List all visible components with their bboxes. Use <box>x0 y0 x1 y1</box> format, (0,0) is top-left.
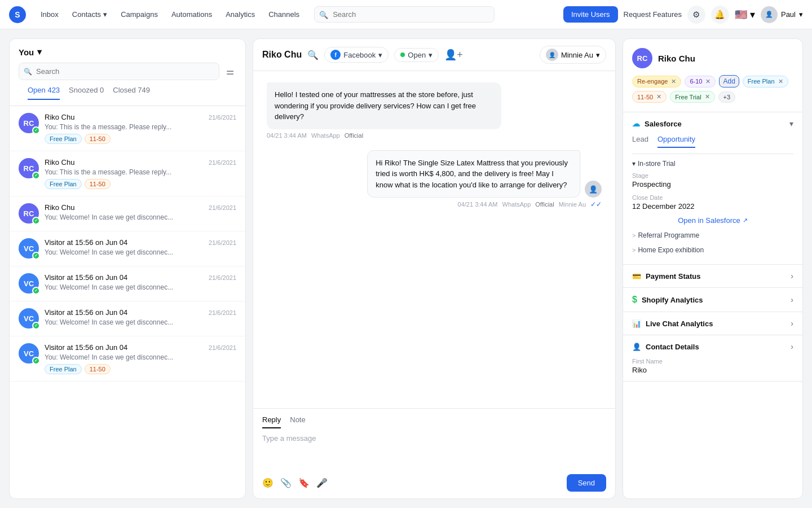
salesforce-section-header[interactable]: ☁ Salesforce ▾ <box>623 112 802 135</box>
payment-status-header[interactable]: 💳 Payment Status › <box>623 265 802 287</box>
contact-details-header[interactable]: 👤 Contact Details › <box>623 335 802 358</box>
tab-note[interactable]: Note <box>290 415 305 428</box>
conv-search-input[interactable] <box>19 63 219 80</box>
first-name-label: First Name <box>632 358 793 365</box>
first-name-field: First Name Riko <box>623 358 802 381</box>
conv-body: Visitor at 15:56 on Jun 04 21/6/2021 You… <box>45 273 236 294</box>
settings-icon[interactable]: ⚙ <box>687 6 705 24</box>
msg-channel: WhatsApp <box>502 201 531 208</box>
conv-avatar: VC ✓ <box>19 273 39 294</box>
first-name-value: Riko <box>632 366 793 374</box>
chat-search-icon[interactable]: 🔍 <box>307 50 319 60</box>
sf-home-expo-item[interactable]: Home Expo exhibition <box>632 243 793 257</box>
open-in-salesforce-link[interactable]: Open in Salesforce ↗ <box>632 216 793 225</box>
chat-message: Hi Riko! The Single Size Latex Mattress … <box>367 150 602 209</box>
payment-expand-icon: › <box>791 271 793 281</box>
inbox-title[interactable]: You ▾ <box>19 47 236 57</box>
chip-remove-free-trial[interactable]: ✕ <box>705 93 710 100</box>
list-item[interactable]: RC ✓ Riko Chu 21/6/2021 You: Welcome! In… <box>10 196 245 231</box>
tab-reply[interactable]: Reply <box>262 415 281 428</box>
label-chip-more[interactable]: +3 <box>718 91 736 103</box>
conv-name: Visitor at 15:56 on Jun 04 <box>45 343 127 352</box>
add-label-button[interactable]: Add <box>719 75 739 87</box>
whatsapp-badge-icon: ✓ <box>32 172 40 179</box>
tab-open[interactable]: Open 423 <box>28 86 60 100</box>
agent-selector[interactable]: 👤 Minnie Au ▾ <box>540 46 606 64</box>
chat-panel: Riko Chu 🔍 f Facebook ▾ Open ▾ 👤+ 👤 Minn… <box>253 38 616 499</box>
reply-input[interactable] <box>262 434 606 468</box>
attachment-icon[interactable]: 📎 <box>280 478 292 488</box>
nav-campaigns[interactable]: Campaigns <box>115 7 164 22</box>
assign-agent-icon[interactable]: 👤+ <box>444 49 463 61</box>
message-bubble: Hello! I tested one of your mattresses a… <box>267 82 501 129</box>
salesforce-collapse-icon: ▾ <box>789 119 793 128</box>
conv-preview: You: This is the a message. Please reply… <box>45 168 236 176</box>
message-meta: 04/21 3:44 AM WhatsApp Official <box>267 132 501 139</box>
bookmark-icon[interactable]: 🔖 <box>298 478 310 488</box>
chip-remove-6-10[interactable]: ✕ <box>705 78 710 85</box>
conv-preview: You: Welcome! In case we get disconnec..… <box>45 213 236 221</box>
language-flag[interactable]: 🇺🇸 ▾ <box>735 8 755 21</box>
emoji-icon[interactable]: 🙂 <box>262 478 273 488</box>
conv-body: Riko Chu 21/6/2021 You: This is the a me… <box>45 158 236 189</box>
sf-tab-opportunity[interactable]: Opportunity <box>657 135 695 148</box>
tab-snoozed[interactable]: Snoozed 0 <box>69 86 104 100</box>
reply-icon-group: 🙂 📎 🔖 🎤 <box>262 478 328 488</box>
sf-accordion-header[interactable]: ▾ In-store Trial <box>632 160 793 168</box>
contact-info-row: RC Riko Chu <box>632 48 793 68</box>
nav-inbox[interactable]: Inbox <box>35 7 64 22</box>
msg-agent: Minnie Au <box>559 201 586 208</box>
audio-icon[interactable]: 🎤 <box>316 478 328 488</box>
invite-users-button[interactable]: Invite Users <box>563 6 618 23</box>
message-row-out: Hi Riko! The Single Size Latex Mattress … <box>367 150 602 198</box>
user-menu[interactable]: 👤 Paul ▾ <box>761 6 803 23</box>
notifications-icon[interactable]: 🔔 <box>711 6 729 24</box>
list-item[interactable]: VC ✓ Visitor at 15:56 on Jun 04 21/6/202… <box>10 266 245 301</box>
nav-automations[interactable]: Automations <box>166 7 218 22</box>
app-logo[interactable]: S <box>9 6 26 23</box>
filter-icon[interactable]: ⚌ <box>224 64 236 79</box>
facebook-icon: f <box>330 50 341 60</box>
send-button[interactable]: Send <box>567 474 606 492</box>
conv-tags: Free Plan11-50 <box>45 364 236 374</box>
msg-time: 04/21 3:44 AM <box>267 132 307 139</box>
conv-date: 21/6/2021 <box>209 274 236 281</box>
chip-remove-re-engage[interactable]: ✕ <box>671 78 676 85</box>
payment-icon: 💳 <box>632 272 641 281</box>
msg-type: Official <box>345 132 363 139</box>
conv-tags: Free Plan11-50 <box>45 179 236 189</box>
sf-stage-value: Prospecting <box>632 180 793 189</box>
tab-closed[interactable]: Closed 749 <box>113 86 150 100</box>
conv-avatar: VC ✓ <box>19 308 39 329</box>
channel-selector[interactable]: f Facebook ▾ <box>324 47 389 63</box>
conv-preview: You: Welcome! In case we get disconnec..… <box>45 353 236 361</box>
sf-close-date-label: Close Date <box>632 194 793 201</box>
conv-body: Riko Chu 21/6/2021 You: Welcome! In case… <box>45 203 236 224</box>
list-item[interactable]: VC ✓ Visitor at 15:56 on Jun 04 21/6/202… <box>10 231 245 266</box>
topnav-right-area: Invite Users Request Features ⚙ 🔔 🇺🇸 ▾ 👤… <box>563 6 803 24</box>
nav-channels[interactable]: Channels <box>263 7 305 22</box>
shopify-section: $ Shopify Analytics › <box>623 288 802 312</box>
request-features-link[interactable]: Request Features <box>624 10 682 19</box>
salesforce-icon: ☁ <box>632 119 640 128</box>
right-panel-header: RC Riko Chu Re-engage ✕ 6-10 ✕ Add Free … <box>623 39 802 112</box>
agent-msg-avatar: 👤 <box>585 181 602 198</box>
list-item[interactable]: RC ✓ Riko Chu 21/6/2021 You: This is the… <box>10 151 245 196</box>
nav-analytics[interactable]: Analytics <box>220 7 261 22</box>
nav-contacts[interactable]: Contacts ▾ <box>67 7 113 22</box>
sf-tab-lead[interactable]: Lead <box>632 135 648 148</box>
status-selector[interactable]: Open ▾ <box>394 48 439 62</box>
user-chevron-icon: ▾ <box>799 10 803 19</box>
conv-preview: You: Welcome! In case we get disconnec..… <box>45 248 236 256</box>
global-search-input[interactable] <box>314 6 495 23</box>
list-item[interactable]: VC ✓ Visitor at 15:56 on Jun 04 21/6/202… <box>10 336 245 382</box>
chip-remove-11-50[interactable]: ✕ <box>656 93 661 100</box>
shopify-header[interactable]: $ Shopify Analytics › <box>623 288 802 312</box>
chat-messages-area: Hello! I tested one of your mattresses a… <box>253 71 615 408</box>
list-item[interactable]: VC ✓ Visitor at 15:56 on Jun 04 21/6/202… <box>10 301 245 336</box>
sf-referral-item[interactable]: Referral Programme <box>632 228 793 243</box>
channel-chevron-icon: ▾ <box>378 51 382 59</box>
chip-remove-free-plan[interactable]: ✕ <box>778 78 783 85</box>
list-item[interactable]: RC ✓ Riko Chu 21/6/2021 You: This is the… <box>10 106 245 151</box>
live-chat-header[interactable]: 📊 Live Chat Analytics › <box>623 312 802 335</box>
